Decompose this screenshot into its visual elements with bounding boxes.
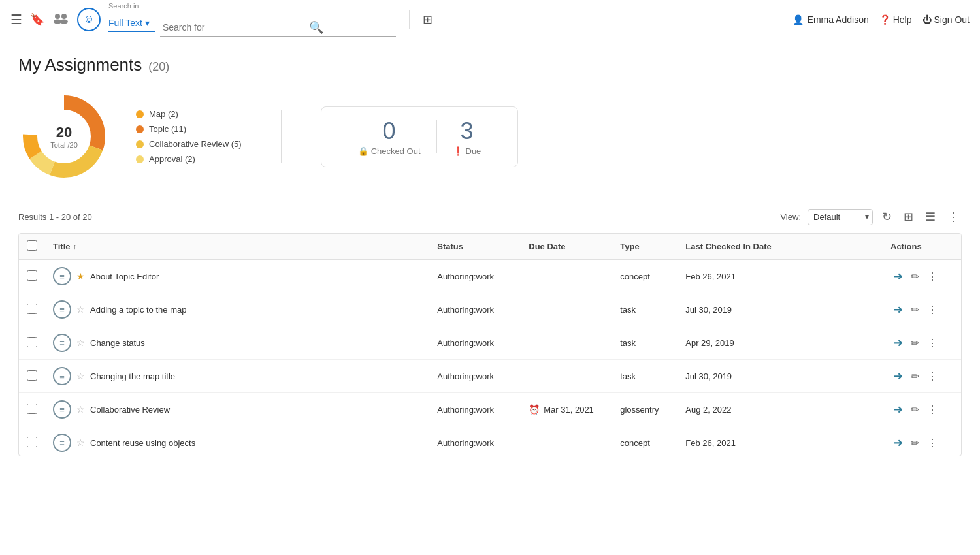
legend-label-map: Map (2) <box>149 109 178 119</box>
search-in-label: Search in <box>108 2 396 10</box>
doc-type-icon: ≡ <box>53 267 71 285</box>
view-select-wrapper: Default Compact Detailed <box>808 209 873 225</box>
row-checkbox-cell <box>19 393 45 426</box>
edit-button[interactable]: ✏ <box>908 301 922 319</box>
title-column-header[interactable]: Title ↑ <box>45 234 429 260</box>
table-row: ≡ ☆ Content reuse using objects Authorin… <box>19 426 961 456</box>
view-label: View: <box>780 212 801 222</box>
legend-dot-topic <box>136 125 144 133</box>
edit-button[interactable]: ✏ <box>908 268 922 285</box>
search-type-dropdown[interactable]: Full Text ▾ <box>108 16 155 32</box>
star-toggle[interactable]: ☆ <box>76 338 85 348</box>
signout-button[interactable]: ⏻ Sign Out <box>923 14 970 25</box>
filter-icon[interactable]: ⊞ <box>423 12 433 27</box>
results-summary: Results 1 - 20 of 20 <box>18 212 92 222</box>
main-content: My Assignments (20) 20 Total /20 <box>0 39 980 472</box>
row-checkbox[interactable] <box>27 337 37 347</box>
exclamation-icon: ❗ <box>453 146 463 156</box>
help-label: Help <box>893 14 912 25</box>
legend-item-map: Map (2) <box>136 109 242 119</box>
row-due-cell <box>521 326 612 360</box>
row-checked-in-cell: Jul 30, 2019 <box>678 360 883 393</box>
row-type-cell: task <box>612 293 678 326</box>
select-all-checkbox[interactable] <box>27 240 37 251</box>
navigate-button[interactable]: ➜ <box>890 400 906 419</box>
view-select[interactable]: Default Compact Detailed <box>808 209 873 225</box>
user-icon: 👤 <box>792 14 804 25</box>
columns-button[interactable]: ⊞ <box>901 207 916 227</box>
help-button[interactable]: ❓ Help <box>879 14 912 25</box>
star-toggle[interactable]: ☆ <box>76 404 85 415</box>
table-header: Title ↑ Status Due Date Type Last Checke… <box>19 234 961 260</box>
row-title-text[interactable]: Collaborative Review <box>90 405 170 415</box>
row-title-text[interactable]: Content reuse using objects <box>90 438 195 448</box>
due-count: 3 <box>460 118 473 145</box>
navigate-button[interactable]: ➜ <box>890 300 906 319</box>
search-submit-button[interactable]: 🔍 <box>306 20 326 35</box>
row-title-text[interactable]: Changing the map title <box>90 372 175 381</box>
legend-item-approval: Approval (2) <box>136 154 242 164</box>
page-count: (20) <box>148 60 169 74</box>
row-checkbox[interactable] <box>27 437 37 447</box>
bookmark-icon[interactable]: 🔖 <box>30 12 44 27</box>
row-more-button[interactable]: ⋮ <box>924 301 940 319</box>
filter-button[interactable]: ☰ <box>923 207 938 227</box>
row-more-button[interactable]: ⋮ <box>924 401 940 419</box>
menu-icon[interactable]: ☰ <box>10 12 22 27</box>
actions-column-header: Actions <box>883 234 961 260</box>
row-more-button[interactable]: ⋮ <box>924 334 940 352</box>
page-title-bar: My Assignments (20) <box>18 55 962 75</box>
row-checkbox[interactable] <box>27 370 37 381</box>
row-due-cell <box>521 426 612 456</box>
row-actions-cell: ➜ ✏ ⋮ <box>883 393 961 426</box>
search-input[interactable] <box>163 22 306 33</box>
row-type-cell: task <box>612 360 678 393</box>
row-due-cell <box>521 293 612 326</box>
navigate-button[interactable]: ➜ <box>890 433 906 452</box>
star-toggle[interactable]: ☆ <box>76 304 85 315</box>
row-checked-in-cell: Jul 30, 2019 <box>678 293 883 326</box>
navigate-button[interactable]: ➜ <box>890 266 906 286</box>
navigate-button[interactable]: ➜ <box>890 333 906 353</box>
row-checkbox-cell <box>19 260 45 293</box>
row-title-text[interactable]: Change status <box>90 338 145 348</box>
row-title-text[interactable]: Adding a topic to the map <box>90 305 186 315</box>
team-icon[interactable] <box>52 12 69 27</box>
row-status-cell: Authoring:work <box>429 326 521 360</box>
star-toggle[interactable]: ☆ <box>76 437 85 448</box>
row-checkbox[interactable] <box>27 304 37 314</box>
app-logo[interactable]: © <box>77 8 101 31</box>
user-menu[interactable]: 👤 Emma Addison <box>792 14 869 25</box>
row-type-cell: glossentry <box>612 393 678 426</box>
table-row: ≡ ☆ Adding a topic to the map Authoring:… <box>19 293 961 326</box>
help-icon: ❓ <box>879 14 890 25</box>
doc-type-icon: ≡ <box>53 400 71 419</box>
navigate-button[interactable]: ➜ <box>890 366 906 386</box>
checked-out-count: 0 <box>383 118 396 145</box>
app-header: ☰ 🔖 © Search in Full Text ▾ <box>0 0 980 39</box>
due-stat: 3 ❗ Due <box>437 118 497 156</box>
header-left: ☰ 🔖 © <box>10 8 101 31</box>
edit-button[interactable]: ✏ <box>908 401 922 419</box>
row-more-button[interactable]: ⋮ <box>924 368 940 385</box>
row-checkbox[interactable] <box>27 270 37 281</box>
star-toggle[interactable]: ☆ <box>76 371 85 381</box>
header-divider <box>409 10 410 29</box>
legend-label-approval: Approval (2) <box>149 154 195 164</box>
row-title-text[interactable]: About Topic Editor <box>90 272 159 281</box>
more-options-button[interactable]: ⋮ <box>945 207 962 227</box>
edit-button[interactable]: ✏ <box>908 434 922 452</box>
row-more-button[interactable]: ⋮ <box>924 434 940 452</box>
row-more-button[interactable]: ⋮ <box>924 268 940 285</box>
row-title-cell: ≡ ☆ Content reuse using objects <box>45 426 429 456</box>
edit-button[interactable]: ✏ <box>908 368 922 385</box>
star-toggle[interactable]: ★ <box>76 271 85 281</box>
edit-button[interactable]: ✏ <box>908 334 922 352</box>
donut-chart: 20 Total /20 <box>18 91 110 182</box>
refresh-button[interactable]: ↻ <box>879 207 894 227</box>
overdue-icon: ⏰ <box>529 404 540 415</box>
select-all-header <box>19 234 45 260</box>
results-bar: Results 1 - 20 of 20 View: Default Compa… <box>18 200 962 233</box>
legend-label-collab: Collaborative Review (5) <box>149 139 242 149</box>
row-checkbox[interactable] <box>27 404 37 414</box>
